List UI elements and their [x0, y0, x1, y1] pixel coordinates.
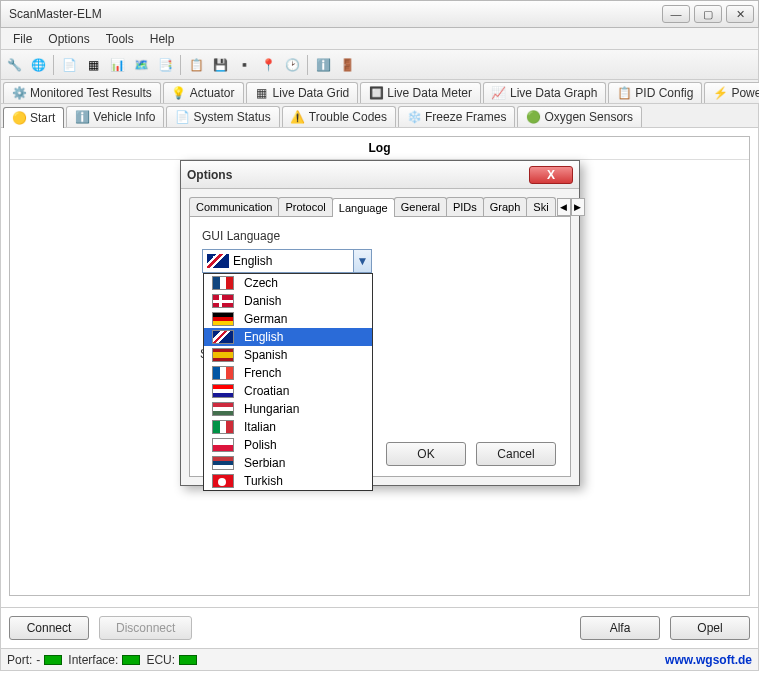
status-interface: Interface: [68, 653, 140, 667]
language-option-croatian[interactable]: Croatian [204, 382, 372, 400]
tab-scroll-left[interactable]: ◀ [557, 198, 571, 216]
tool-probe-icon[interactable]: 📍 [257, 54, 279, 76]
language-option-french[interactable]: French [204, 364, 372, 382]
dialog-tab-pids[interactable]: PIDs [446, 197, 484, 216]
gui-language-label: GUI Language [202, 229, 558, 243]
dialog-title: Options [187, 168, 529, 182]
menu-options[interactable]: Options [40, 30, 97, 48]
language-option-hungarian[interactable]: Hungarian [204, 400, 372, 418]
tab-freeze-frames[interactable]: ❄️Freeze Frames [398, 106, 515, 127]
ok-button[interactable]: OK [386, 442, 466, 466]
meter-icon: 🔲 [369, 86, 383, 100]
tab-pid-config[interactable]: 📋PID Config [608, 82, 702, 103]
disconnect-button: Disconnect [99, 616, 192, 640]
tab-monitored-test-results[interactable]: ⚙️Monitored Test Results [3, 82, 161, 103]
connect-button[interactable]: Connect [9, 616, 89, 640]
cancel-button[interactable]: Cancel [476, 442, 556, 466]
dialog-tab-language[interactable]: Language [332, 198, 395, 217]
tab-live-data-meter[interactable]: 🔲Live Data Meter [360, 82, 481, 103]
tool-terminal-icon[interactable]: ▪️ [233, 54, 255, 76]
warning-icon: ⚠️ [291, 110, 305, 124]
tool-data-icon[interactable]: 📑 [154, 54, 176, 76]
tabstrip-lower: 🟡Start ℹ️Vehicle Info 📄System Status ⚠️T… [0, 104, 759, 128]
flag-uk-icon [207, 254, 229, 268]
flag-rs-icon [212, 456, 234, 470]
tool-map-icon[interactable]: 🗺️ [130, 54, 152, 76]
dialog-tabs: Communication Protocol Language General … [189, 197, 571, 217]
flag-dk-icon [212, 294, 234, 308]
tool-chart-icon[interactable]: 📊 [106, 54, 128, 76]
menu-tools[interactable]: Tools [98, 30, 142, 48]
opel-button[interactable]: Opel [670, 616, 750, 640]
power-icon: ⚡ [713, 86, 727, 100]
maximize-button[interactable]: ▢ [694, 5, 722, 23]
config-icon: 📋 [617, 86, 631, 100]
dialog-tab-protocol[interactable]: Protocol [278, 197, 332, 216]
dialog-tab-graph[interactable]: Graph [483, 197, 528, 216]
alfa-button[interactable]: Alfa [580, 616, 660, 640]
grid-icon: ▦ [255, 86, 269, 100]
dialog-tab-ski[interactable]: Ski [526, 197, 555, 216]
freeze-icon: ❄️ [407, 110, 421, 124]
dialog-close-button[interactable]: X [529, 166, 573, 184]
tab-oxygen-sensors[interactable]: 🟢Oxygen Sensors [517, 106, 642, 127]
language-option-italian[interactable]: Italian [204, 418, 372, 436]
actuator-icon: 💡 [172, 86, 186, 100]
tab-live-data-grid[interactable]: ▦Live Data Grid [246, 82, 359, 103]
status-icon: 📄 [175, 110, 189, 124]
button-row: Connect Disconnect Alfa Opel [0, 608, 759, 649]
tool-globe-icon[interactable]: 🌐 [27, 54, 49, 76]
tab-start[interactable]: 🟡Start [3, 107, 64, 128]
language-option-turkish[interactable]: Turkish [204, 472, 372, 490]
language-option-english[interactable]: English [204, 328, 372, 346]
tab-power[interactable]: ⚡Power [704, 82, 759, 103]
language-combo[interactable]: English ▼ CzechDanishGermanEnglishSpanis… [202, 249, 372, 273]
dialog-page-language: GUI Language English ▼ CzechDanishGerman… [189, 217, 571, 477]
flag-de-icon [212, 312, 234, 326]
flag-cz-icon [212, 276, 234, 290]
tool-exit-icon[interactable]: 🚪 [336, 54, 358, 76]
tab-scroll-right[interactable]: ▶ [571, 198, 585, 216]
language-option-serbian[interactable]: Serbian [204, 454, 372, 472]
menubar: File Options Tools Help [0, 28, 759, 50]
dialog-titlebar: Options X [181, 161, 579, 189]
ecu-indicator-icon [179, 655, 197, 665]
tool-save-icon[interactable]: 💾 [209, 54, 231, 76]
tabstrip-upper: ⚙️Monitored Test Results 💡Actuator ▦Live… [0, 80, 759, 104]
tool-grid-icon[interactable]: ▦ [82, 54, 104, 76]
tab-live-data-graph[interactable]: 📈Live Data Graph [483, 82, 606, 103]
close-button[interactable]: ✕ [726, 5, 754, 23]
tab-vehicle-info[interactable]: ℹ️Vehicle Info [66, 106, 164, 127]
language-option-danish[interactable]: Danish [204, 292, 372, 310]
tab-system-status[interactable]: 📄System Status [166, 106, 279, 127]
website-link[interactable]: www.wgsoft.de [665, 653, 752, 667]
language-selected: English [233, 254, 353, 268]
minimize-button[interactable]: — [662, 5, 690, 23]
graph-icon: 📈 [492, 86, 506, 100]
tab-actuator[interactable]: 💡Actuator [163, 82, 244, 103]
language-option-spanish[interactable]: Spanish [204, 346, 372, 364]
dialog-tab-general[interactable]: General [394, 197, 447, 216]
tool-doc-icon[interactable]: 📄 [58, 54, 80, 76]
tool-settings-icon[interactable]: 🔧 [3, 54, 25, 76]
menu-help[interactable]: Help [142, 30, 183, 48]
flag-it-icon [212, 420, 234, 434]
port-indicator-icon [44, 655, 62, 665]
gear-icon: ⚙️ [12, 86, 26, 100]
iface-indicator-icon [122, 655, 140, 665]
language-option-polish[interactable]: Polish [204, 436, 372, 454]
language-option-czech[interactable]: Czech [204, 274, 372, 292]
tool-copy-icon[interactable]: 📋 [185, 54, 207, 76]
tab-trouble-codes[interactable]: ⚠️Trouble Codes [282, 106, 396, 127]
tool-clock-icon[interactable]: 🕑 [281, 54, 303, 76]
flag-pl-icon [212, 438, 234, 452]
dropdown-arrow-icon[interactable]: ▼ [353, 250, 371, 272]
tool-info-icon[interactable]: ℹ️ [312, 54, 334, 76]
info-icon: ℹ️ [75, 110, 89, 124]
flag-hu-icon [212, 402, 234, 416]
dialog-tab-communication[interactable]: Communication [189, 197, 279, 216]
menu-file[interactable]: File [5, 30, 40, 48]
start-icon: 🟡 [12, 111, 26, 125]
log-label: Log [10, 137, 749, 160]
language-option-german[interactable]: German [204, 310, 372, 328]
